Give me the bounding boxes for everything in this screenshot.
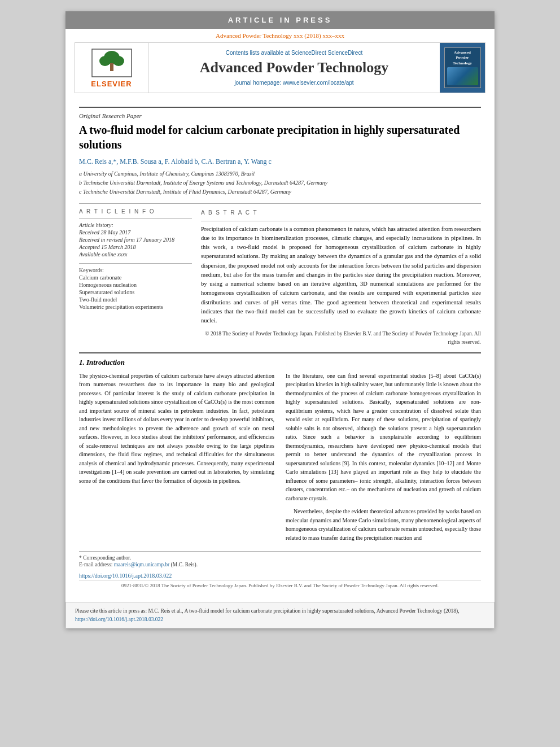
- contents-prefix: Contents lists available at: [226, 50, 290, 56]
- journal-homepage: journal homepage: www.elsevier.com/locat…: [234, 80, 353, 86]
- footnote-area: * Corresponding author. E-mail address: …: [79, 551, 481, 567]
- corresponding-author: * Corresponding author.: [79, 555, 481, 561]
- keyword-5: Volumetric precipitation experiments: [79, 304, 192, 310]
- elsevier-tree-svg: [89, 47, 134, 78]
- affiliation-b: b Technische Universität Darmstadt, Inst…: [79, 178, 481, 187]
- email-link[interactable]: maareis@iqm.unicamp.br: [114, 562, 169, 567]
- keyword-3: Supersaturated solutions: [79, 289, 192, 295]
- intro-heading: 1. Introduction: [79, 358, 481, 367]
- abstract-text: Precipitation of calcium carbonate is a …: [201, 225, 481, 326]
- email-suffix: (M.C. Reis).: [169, 562, 198, 567]
- intro-body: The physico-chemical properties of calci…: [79, 372, 481, 547]
- homepage-prefix: journal homepage:: [234, 80, 283, 86]
- body-divider: [79, 352, 481, 353]
- history-label: Article history:: [79, 222, 192, 228]
- keywords-label: Keywords:: [79, 267, 192, 273]
- intro-right-p2: Nevertheless, despite the evident theore…: [286, 507, 481, 542]
- cover-title: AdvancedPowderTechnology: [447, 50, 478, 65]
- journal-header-left: ELSEVIER: [75, 43, 148, 93]
- cite-doi-link[interactable]: https://doi.org/10.1016/j.apt.2018.03.02…: [75, 617, 163, 622]
- science-direct-label: ScienceDirect: [327, 50, 362, 56]
- doi-link[interactable]: https://doi.org/10.1016/j.apt.2018.03.02…: [79, 573, 172, 579]
- article-title: A two-fluid model for calcium carbonate …: [79, 123, 481, 152]
- abstract-heading: A B S T R A C T: [201, 208, 481, 217]
- mid-divider: [79, 203, 481, 204]
- cite-box: Please cite this article in press as: M.…: [65, 602, 495, 628]
- keywords-section: Keywords: Calcium carbonate Homogeneous …: [79, 267, 192, 310]
- email-prefix: E-mail address:: [79, 562, 114, 567]
- article-history: Article history: Received 28 May 2017 Re…: [79, 222, 192, 257]
- journal-header-center: Contents lists available at ScienceDirec…: [148, 43, 440, 93]
- science-direct-link[interactable]: ScienceDirect: [291, 50, 326, 56]
- affiliations: a University of Campinas, Institute of C…: [79, 169, 481, 196]
- authors-text: M.C. Reis a,*, M.F.B. Sousa a, F. Alobai…: [79, 158, 272, 165]
- doi-area: https://doi.org/10.1016/j.apt.2018.03.02…: [79, 570, 481, 580]
- article-info-col: A R T I C L E I N F O Article history: R…: [79, 208, 192, 347]
- top-divider: [79, 107, 481, 108]
- abstract-col: A B S T R A C T Precipitation of calcium…: [201, 208, 481, 347]
- aip-banner-text: ARTICLE IN PRESS: [228, 16, 333, 24]
- authors: M.C. Reis a,*, M.F.B. Sousa a, F. Alobai…: [79, 158, 481, 166]
- main-content: Original Research Paper A two-fluid mode…: [65, 95, 495, 597]
- intro-right-p1: In the literature, one can find several …: [286, 372, 481, 503]
- cite-text: Please cite this article in press as: M.…: [75, 608, 460, 614]
- available-date: Available online xxxx: [79, 251, 192, 257]
- page: ARTICLE IN PRESS Advanced Powder Technol…: [65, 11, 495, 628]
- affiliation-a: a University of Campinas, Institute of C…: [79, 169, 481, 178]
- keyword-4: Two-fluid model: [79, 296, 192, 303]
- aip-banner: ARTICLE IN PRESS: [65, 11, 495, 29]
- elsevier-logo-img: [89, 47, 134, 78]
- elsevier-wordmark: ELSEVIER: [91, 80, 132, 88]
- svg-point-3: [113, 56, 124, 66]
- email-line: E-mail address: maareis@iqm.unicamp.br (…: [79, 562, 481, 567]
- keyword-2: Homogeneous nucleation: [79, 282, 192, 288]
- article-info-heading: A R T I C L E I N F O: [79, 208, 192, 215]
- homepage-link[interactable]: www.elsevier.com/locate/apt: [283, 80, 354, 86]
- contents-line: Contents lists available at ScienceDirec…: [226, 50, 362, 56]
- accepted-date: Accepted 15 March 2018: [79, 244, 192, 250]
- intro-section: 1. Introduction The physico-chemical pro…: [79, 358, 481, 547]
- svg-rect-4: [110, 63, 113, 71]
- keyword-1: Calcium carbonate: [79, 274, 192, 281]
- copyright-line: © 2018 The Society of Powder Technology …: [201, 330, 481, 346]
- journal-cover-mini: AdvancedPowderTechnology: [444, 47, 481, 88]
- journal-header: ELSEVIER Contents lists available at Sci…: [75, 42, 485, 93]
- svg-point-2: [99, 56, 111, 66]
- journal-link-bar: Advanced Powder Technology xxx (2018) xx…: [65, 29, 495, 40]
- affiliation-c: c Technische Universität Darmstadt, Inst…: [79, 187, 481, 196]
- revised-date: Received in revised form 17 January 2018: [79, 237, 192, 243]
- issn-bar: 0921-8831/© 2018 The Society of Powder T…: [79, 580, 481, 591]
- journal-link-text: Advanced Powder Technology xxx (2018) xx…: [216, 32, 344, 39]
- intro-left-col: The physico-chemical properties of calci…: [79, 372, 274, 547]
- article-type: Original Research Paper: [79, 112, 481, 119]
- journal-cover-area: AdvancedPowderTechnology: [440, 43, 485, 93]
- elsevier-logo: ELSEVIER: [89, 47, 134, 88]
- info-abstract-section: A R T I C L E I N F O Article history: R…: [79, 208, 481, 347]
- intro-right-col: In the literature, one can find several …: [286, 372, 481, 547]
- cover-image: [447, 67, 478, 85]
- intro-left-p1: The physico-chemical properties of calci…: [79, 372, 274, 486]
- received-date: Received 28 May 2017: [79, 229, 192, 235]
- journal-title: Advanced Powder Technology: [200, 59, 389, 76]
